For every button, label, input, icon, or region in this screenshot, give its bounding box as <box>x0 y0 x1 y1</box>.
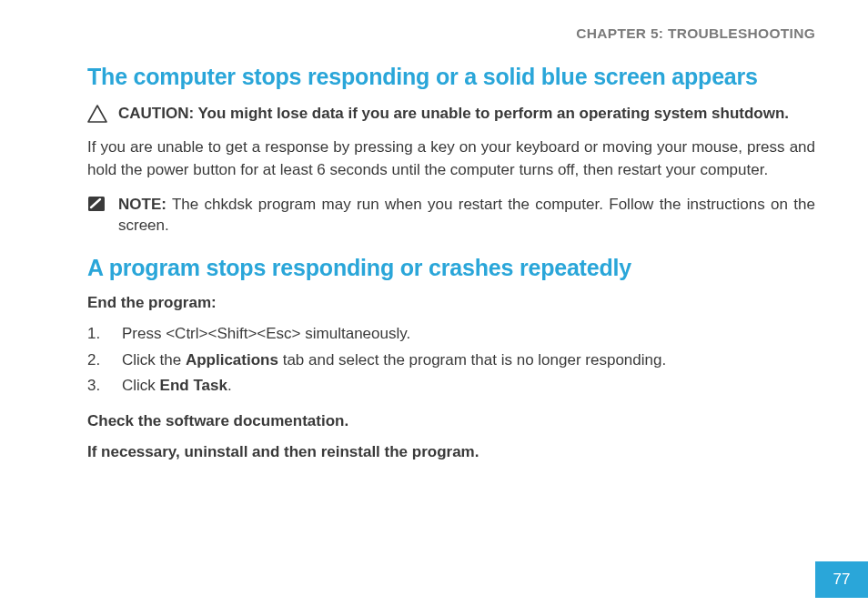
note-text: NOTE: The chkdsk program may run when yo… <box>118 194 815 237</box>
caution-text: CAUTION: You might lose data if you are … <box>118 103 815 124</box>
subhead-reinstall: If necessary, uninstall and then reinsta… <box>87 443 815 461</box>
step-text: tab and select the program that is no lo… <box>278 351 666 369</box>
subhead-check-docs: Check the software documentation. <box>87 412 815 430</box>
note-label: NOTE: <box>118 196 167 213</box>
caution-callout: CAUTION: You might lose data if you are … <box>87 103 815 124</box>
list-item: Click the Applications tab and select th… <box>87 348 815 374</box>
section-title-1: The computer stops responding or a solid… <box>87 64 815 90</box>
list-item: Press <Ctrl><Shift><Esc> simultaneously. <box>87 321 815 348</box>
step-bold: End Task <box>160 377 227 394</box>
document-page: CHAPTER 5: TROUBLESHOOTING The computer … <box>0 0 868 461</box>
step-bold: Applications <box>186 351 278 369</box>
subhead-end-program: End the program: <box>87 294 815 312</box>
note-callout: NOTE: The chkdsk program may run when yo… <box>87 194 815 237</box>
page-number: 77 <box>833 571 851 589</box>
step-text: Click the <box>122 351 186 369</box>
list-item: Click End Task. <box>87 373 815 399</box>
section-title-2: A program stops responding or crashes re… <box>87 255 815 281</box>
step-text: Click <box>122 377 160 394</box>
step-text: Press <box>122 325 166 342</box>
step-kbd: <Ctrl><Shift><Esc> <box>166 325 300 342</box>
page-number-tab: 77 <box>815 561 868 598</box>
steps-list: Press <Ctrl><Shift><Esc> simultaneously.… <box>87 321 815 400</box>
body-paragraph-1: If you are unable to get a response by p… <box>87 136 815 180</box>
chapter-header: CHAPTER 5: TROUBLESHOOTING <box>87 25 815 42</box>
step-text: . <box>227 377 232 394</box>
note-icon <box>87 194 118 212</box>
step-text: simultaneously. <box>301 325 411 342</box>
note-body: The chkdsk program may run when you rest… <box>118 196 815 234</box>
caution-icon <box>87 103 118 123</box>
